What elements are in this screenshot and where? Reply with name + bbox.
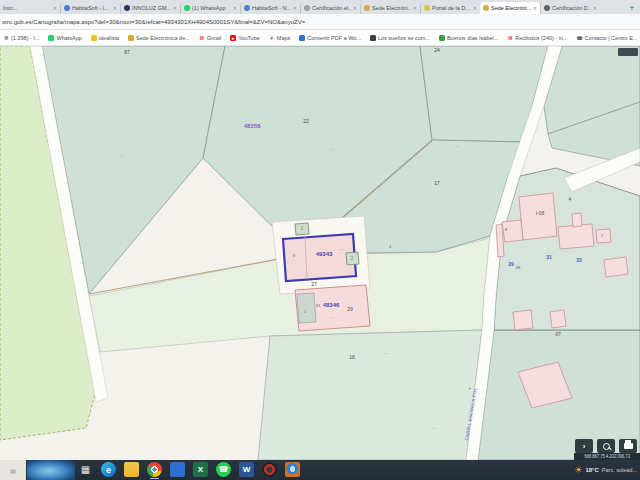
whatsapp-icon[interactable]: ☎ xyxy=(216,462,231,477)
map-label: 27 xyxy=(311,282,317,287)
annex-building[interactable] xyxy=(297,293,316,323)
chrome-icon[interactable] xyxy=(147,462,162,477)
browser-tab[interactable]: Portal de la D...✕ xyxy=(420,2,480,14)
browser-tab-bar: Inici...✕HabitaSoft - I...✕INNOLUZ GM...… xyxy=(0,0,640,14)
map-label: 48346 xyxy=(323,302,340,308)
browser-tab[interactable]: (1) WhatsApp✕ xyxy=(180,2,240,14)
urban-block[interactable] xyxy=(494,168,640,330)
bookmark-item[interactable]: WhatsApp xyxy=(48,35,81,41)
wallpaper-art xyxy=(27,460,75,480)
map-print-button[interactable] xyxy=(619,439,637,453)
tab-label: HabitaSoft - I... xyxy=(72,5,111,11)
weather-desc: Parc. solead... xyxy=(602,467,637,473)
bookmark-label: Buenos días Isabel... xyxy=(447,35,498,41)
tab-favicon xyxy=(483,5,489,11)
bookmark-item[interactable]: idealista xyxy=(91,35,119,41)
cadastral-map[interactable]: 87244835822174I-08822931330822II49343274… xyxy=(0,46,640,460)
bookmark-item[interactable]: ▸YouTube xyxy=(230,35,260,41)
building[interactable] xyxy=(558,224,594,249)
map-label: 22 xyxy=(303,119,309,124)
red-parcel-mark: ···· xyxy=(432,427,435,431)
tab-close-icon[interactable]: ✕ xyxy=(353,5,357,11)
bookmark-item[interactable]: Convertir PDF a Wo... xyxy=(299,35,361,41)
red-parcel-mark: ···· xyxy=(120,154,123,158)
bookmark-favicon: M xyxy=(507,35,513,41)
browser-tab[interactable]: Certificación D...✕ xyxy=(540,2,600,14)
bookmark-favicon: ▸ xyxy=(230,35,236,41)
tab-close-icon[interactable]: ✕ xyxy=(593,5,597,11)
building[interactable] xyxy=(596,229,611,243)
tab-label: Inici... xyxy=(3,5,51,11)
bookmark-label: Recibidos (240) - in... xyxy=(515,35,567,41)
map-label: ▪ xyxy=(469,386,471,391)
browser-tab[interactable]: HabitaSoft - I...✕ xyxy=(60,2,120,14)
tab-label: Sede Electróni... xyxy=(491,5,531,11)
bookmark-label: Convertir PDF a Wo... xyxy=(307,35,361,41)
bookmark-item[interactable]: ▼Maps xyxy=(269,35,290,41)
tab-favicon xyxy=(64,5,70,11)
tab-favicon xyxy=(544,5,550,11)
building[interactable] xyxy=(572,213,582,227)
tab-close-icon[interactable]: ✕ xyxy=(413,5,417,11)
excel-icon[interactable]: X xyxy=(193,462,208,477)
browser-tab[interactable]: Sede Electróni...✕ xyxy=(480,2,540,14)
map-corner-widget[interactable] xyxy=(618,48,638,56)
building[interactable] xyxy=(513,310,533,330)
edge-icon[interactable]: e xyxy=(101,462,116,477)
bookmark-item[interactable]: Los sueños se cum... xyxy=(370,35,430,41)
browser-tab[interactable]: HabitaSoft - N...✕ xyxy=(240,2,300,14)
bookmark-label: (1.298) - I... xyxy=(11,35,39,41)
map-label: 31 xyxy=(546,255,552,260)
tab-close-icon[interactable]: ✕ xyxy=(473,5,477,11)
tab-label: HabitaSoft - N... xyxy=(252,5,291,11)
bookmark-item[interactable]: MRecibidos (240) - in... xyxy=(507,35,567,41)
bookmark-favicon xyxy=(91,35,97,41)
new-tab-button[interactable]: + xyxy=(626,2,638,14)
map-label: 48358 xyxy=(244,123,261,129)
tab-close-icon[interactable]: ✕ xyxy=(173,5,177,11)
tab-label: Certificación D... xyxy=(552,5,591,11)
map-zoom-button[interactable] xyxy=(597,439,615,453)
bookmark-favicon xyxy=(370,35,376,41)
bookmark-item[interactable]: Sede Electrónica de... xyxy=(128,35,190,41)
building[interactable] xyxy=(604,257,628,277)
bookmark-favicon xyxy=(299,35,305,41)
address-bar[interactable]: stro.gob.es/Cartografia/mapa.aspx?del=30… xyxy=(0,14,640,30)
url-text[interactable]: stro.gob.es/Cartografia/mapa.aspx?del=30… xyxy=(0,19,305,25)
tab-close-icon[interactable]: ✕ xyxy=(293,5,297,11)
bookmark-item[interactable]: ☎Contacto | Centro E... xyxy=(577,35,638,41)
bookmark-label: WhatsApp xyxy=(56,35,81,41)
magnifier-icon xyxy=(603,443,610,450)
app-tile-blue-icon[interactable] xyxy=(170,462,185,477)
tab-close-icon[interactable]: ✕ xyxy=(113,5,117,11)
bookmark-item[interactable]: MGmail xyxy=(199,35,221,41)
parcel-bottom-middle[interactable] xyxy=(258,330,482,460)
tab-close-icon[interactable]: ✕ xyxy=(233,5,237,11)
tab-label: Sede Electróni... xyxy=(372,5,411,11)
map-expand-button[interactable]: › xyxy=(575,439,593,453)
tab-close-icon[interactable]: ✕ xyxy=(53,5,57,11)
tab-close-icon[interactable]: ✕ xyxy=(533,5,537,11)
file-explorer-icon[interactable] xyxy=(124,462,139,477)
active-app-icon[interactable] xyxy=(285,462,300,477)
tab-favicon xyxy=(184,5,190,11)
red-parcel-mark: ···· xyxy=(384,352,387,356)
building[interactable] xyxy=(519,193,557,240)
browser-tab[interactable]: Sede Electróni...✕ xyxy=(360,2,420,14)
word-icon[interactable]: W xyxy=(239,462,254,477)
bookmark-item[interactable]: Buenos días Isabel... xyxy=(439,35,498,41)
bookmark-label: Gmail xyxy=(207,35,221,41)
browser-tab[interactable]: Certificación el...✕ xyxy=(300,2,360,14)
tab-label: Certificación el... xyxy=(312,5,351,11)
tab-favicon xyxy=(244,5,250,11)
browser-tab[interactable]: Inici...✕ xyxy=(0,2,60,14)
weather-widget[interactable]: ☀ 18°C Parc. solead... xyxy=(574,460,637,480)
map-label: 8 xyxy=(505,228,507,232)
browser-tab[interactable]: INNOLUZ GM...✕ xyxy=(120,2,180,14)
map-label: 29 xyxy=(347,307,353,312)
building[interactable] xyxy=(550,310,566,328)
bookmark-favicon xyxy=(128,35,134,41)
task-view-icon[interactable]: ▦ xyxy=(78,462,93,477)
bookmark-item[interactable]: ≣(1.298) - I... xyxy=(3,35,39,41)
media-app-icon[interactable] xyxy=(262,462,277,477)
